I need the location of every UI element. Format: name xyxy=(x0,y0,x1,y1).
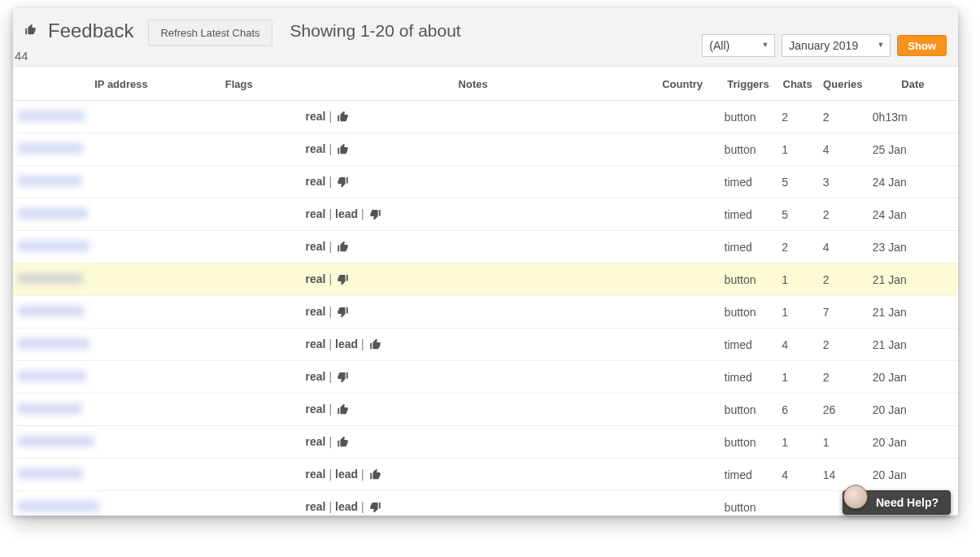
queries-cell: 2 xyxy=(818,198,868,231)
ip-blurred[interactable] xyxy=(18,338,89,349)
queries-cell: 2 xyxy=(818,361,868,394)
flags-cell xyxy=(177,459,301,491)
table-row[interactable]: real|button1120 Jan xyxy=(13,426,958,459)
show-button[interactable]: Show xyxy=(897,35,947,56)
table-row[interactable]: real|lead|timed4221 Jan xyxy=(13,329,958,361)
table-row[interactable]: real|timed5324 Jan xyxy=(13,166,958,198)
country-cell xyxy=(646,329,720,361)
notes-cell: real| xyxy=(301,394,646,426)
month-select[interactable]: January 2019 xyxy=(782,34,891,57)
help-label: Need Help? xyxy=(876,496,939,509)
thumbs-up-icon xyxy=(337,436,349,449)
thumbs-down-icon xyxy=(369,208,381,221)
table-row[interactable]: real|button1425 Jan xyxy=(13,133,958,166)
date-cell: 20 Jan xyxy=(868,459,958,491)
country-cell xyxy=(646,491,720,516)
table-row[interactable]: real|lead|timed41420 Jan xyxy=(13,459,958,491)
ip-blurred[interactable] xyxy=(18,436,94,446)
chats-cell: 2 xyxy=(777,231,818,263)
table-row[interactable]: real|button1721 Jan xyxy=(13,296,958,329)
table-row[interactable]: real|timed2423 Jan xyxy=(13,231,958,263)
chats-cell xyxy=(777,491,818,516)
ip-blurred[interactable] xyxy=(18,371,86,381)
ip-blurred[interactable] xyxy=(18,241,89,251)
table-row[interactable]: real|button220h13m xyxy=(13,101,958,133)
table-row[interactable]: real|lead|timed5224 Jan xyxy=(13,198,958,231)
col-flags[interactable]: Flags xyxy=(177,67,301,101)
table-row[interactable]: real|button62620 Jan xyxy=(13,394,958,426)
flags-cell xyxy=(177,231,301,263)
filter-select[interactable]: (All) xyxy=(702,34,775,57)
ip-blurred[interactable] xyxy=(18,273,83,284)
trigger-cell: timed xyxy=(720,361,777,394)
country-cell xyxy=(646,101,720,133)
chats-cell: 1 xyxy=(777,426,818,459)
ip-blurred[interactable] xyxy=(18,403,81,414)
refresh-button[interactable]: Refresh Latest Chats xyxy=(148,20,272,46)
country-cell xyxy=(646,166,720,198)
notes-cell: real| xyxy=(301,101,646,133)
country-cell xyxy=(646,296,720,329)
flags-cell xyxy=(177,198,301,231)
ip-blurred[interactable] xyxy=(18,468,83,479)
thumbs-down-icon xyxy=(337,273,349,286)
feedback-table: IP address Flags Notes Country Triggers … xyxy=(13,67,958,516)
notes-cell: real| xyxy=(301,231,646,263)
trigger-cell: timed xyxy=(720,459,777,491)
date-cell: 21 Jan xyxy=(868,263,958,296)
help-widget[interactable]: Need Help? xyxy=(843,490,951,515)
col-ip[interactable]: IP address xyxy=(13,67,177,101)
notes-cell: real| xyxy=(301,263,646,296)
trigger-cell: timed xyxy=(720,231,777,263)
flags-cell xyxy=(177,296,301,329)
country-cell xyxy=(646,361,720,394)
queries-cell: 2 xyxy=(818,263,868,296)
queries-cell: 26 xyxy=(818,394,868,426)
ip-blurred[interactable] xyxy=(18,143,83,154)
ip-blurred[interactable] xyxy=(18,111,85,121)
col-chats[interactable]: Chats xyxy=(777,67,818,101)
chats-cell: 6 xyxy=(777,394,818,426)
col-queries[interactable]: Queries xyxy=(818,67,868,101)
queries-cell: 2 xyxy=(818,101,868,133)
thumbs-down-icon xyxy=(369,501,381,514)
showing-range: Showing 1-20 of about xyxy=(290,21,461,41)
date-cell: 23 Jan xyxy=(868,231,958,263)
ip-blurred[interactable] xyxy=(18,176,81,186)
col-triggers[interactable]: Triggers xyxy=(720,67,777,101)
help-avatar-icon xyxy=(843,485,868,509)
flags-cell xyxy=(177,166,301,198)
notes-cell: real|lead| xyxy=(301,329,646,361)
table-row[interactable]: real|lead|button xyxy=(13,491,958,516)
trigger-cell: button xyxy=(720,491,777,516)
col-date[interactable]: Date xyxy=(868,67,958,101)
table-row[interactable]: real|button1221 Jan xyxy=(13,263,958,296)
country-cell xyxy=(646,459,720,491)
notes-cell: real| xyxy=(301,361,646,394)
thumbs-down-icon xyxy=(337,176,349,189)
ip-blurred[interactable] xyxy=(18,501,99,511)
country-cell xyxy=(646,198,720,231)
thumbs-up-icon xyxy=(337,241,349,254)
ip-blurred[interactable] xyxy=(18,306,85,316)
col-notes[interactable]: Notes xyxy=(301,67,646,101)
thumbs-up-icon xyxy=(337,111,349,124)
col-country[interactable]: Country xyxy=(646,67,720,101)
flags-cell xyxy=(177,426,301,459)
thumbs-up-icon xyxy=(337,143,349,156)
page-title: Feedback xyxy=(48,20,133,42)
thumbs-down-icon xyxy=(337,371,349,384)
chats-cell: 1 xyxy=(777,361,818,394)
notes-cell: real| xyxy=(301,296,646,329)
trigger-cell: button xyxy=(720,426,777,459)
trigger-cell: button xyxy=(720,101,777,133)
table-row[interactable]: real|timed1220 Jan xyxy=(13,361,958,394)
ip-blurred[interactable] xyxy=(18,208,88,219)
chats-cell: 1 xyxy=(777,133,818,166)
queries-cell: 7 xyxy=(818,296,868,329)
date-cell: 20 Jan xyxy=(868,426,958,459)
country-cell xyxy=(646,231,720,263)
flags-cell xyxy=(177,361,301,394)
flags-cell xyxy=(177,101,301,133)
flags-cell xyxy=(177,491,301,516)
